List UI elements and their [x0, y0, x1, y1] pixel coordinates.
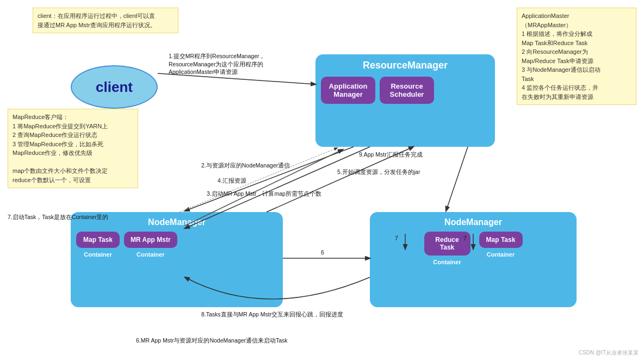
arrow1-label: 1.提交MR程序到ResourceManager， ResourceManage… [169, 52, 321, 76]
arrow2-label: 2.与资源对应的NodeManager通信 [201, 162, 290, 170]
client-label: client [96, 79, 133, 96]
node-manager-left-box: NodeManager Map Task Container MR App Ms… [71, 212, 283, 307]
arrow4-label: 4.汇报资源 [218, 177, 246, 185]
rm-title: ResourceManager [321, 60, 490, 71]
nm-right-title: NodeManager [375, 217, 571, 227]
resource-scheduler-box: Resource Scheduler [380, 77, 434, 104]
nm-left-container2-label: Container [137, 251, 164, 258]
nm-left-container1-label: Container [84, 251, 112, 258]
map-task-right-label: Map Task [486, 236, 516, 244]
reduce-task-label: Reduce Task [435, 236, 459, 251]
nm-right-inner-row: Reduce Task Container Map Task Container [375, 232, 571, 265]
appmaster-note-box: ApplicationMaster （MRAppMaster） 1 根据描述，将… [517, 8, 636, 105]
nm-left-task2-group: MR App Mstr Container [124, 232, 177, 258]
arrow7-1-label: 7 [395, 235, 398, 241]
appmaster-note-text: ApplicationMaster （MRAppMaster） 1 根据描述，将… [522, 13, 600, 100]
arrow6-full-label: 6.MR App Mstr与资源对应的NodeManager通信来启动Task [136, 337, 288, 345]
mapreduceclient-note-box: MapReduce客户端： 1 将MapReduce作业提交到YARN上 2 查… [8, 109, 138, 188]
map-task-left-box: Map Task [76, 232, 120, 248]
rm-inner-row: Application Manager Resource Scheduler [321, 77, 490, 104]
svg-line-4 [446, 147, 468, 211]
mr-app-mstr-box: MR App Mstr [124, 232, 177, 248]
diagram-canvas: client：在应用程序运行过程中，client可以直 接通过MR App Ms… [0, 0, 644, 361]
client-note-box: client：在应用程序运行过程中，client可以直 接通过MR App Ms… [33, 8, 178, 33]
nm-right-container2-label: Container [487, 251, 515, 258]
resource-scheduler-label: Resource Scheduler [390, 82, 424, 98]
map-task-left-label: Map Task [83, 236, 113, 244]
nm-left-inner-row: Map Task Container MR App Mstr Container [76, 232, 277, 258]
arrow9-label: 9.App Mstr汇报任务完成 [359, 151, 423, 159]
resource-manager-box: ResourceManager Application Manager Reso… [315, 54, 495, 147]
svg-line-9 [179, 148, 337, 212]
nm-left-task1-group: Map Task Container [76, 232, 120, 258]
arrow6-label: 6 [321, 249, 324, 256]
node-manager-right-box: NodeManager Reduce Task Container Map Ta… [370, 212, 577, 307]
nm-right-task2-group: Map Task Container [479, 232, 523, 258]
arrow3-label: 3.启动MR App Mstr，计算map所需节点个数 [207, 190, 321, 198]
svg-line-1 [185, 147, 354, 211]
arrow7-task-label: 7.启动Task，Task是放在Container里的 [8, 213, 95, 221]
map-task-right-box: Map Task [479, 232, 523, 248]
mapreduceclient-note-text: MapReduce客户端： 1 将MapReduce作业提交到YARN上 2 查… [13, 114, 108, 183]
arrow8-label: 8.Tasks直接与MR App Mstr交互来回报心跳，回报进度 [201, 311, 343, 319]
client-ellipse: client [71, 65, 158, 109]
client-note-text: client：在应用程序运行过程中，client可以直 接通过MR App Ms… [38, 13, 156, 28]
mr-app-mstr-label: MR App Mstr [131, 236, 171, 244]
arrow7-2-label: 7 [463, 235, 467, 241]
watermark: CSDN @IT从业者张某某 [579, 349, 639, 357]
arrow5-label: 5.开始调度资源，分发任务的jar [337, 169, 420, 176]
application-manager-box: Application Manager [321, 77, 375, 104]
application-manager-label: Application Manager [329, 82, 368, 98]
nm-right-container1-label: Container [433, 259, 461, 265]
